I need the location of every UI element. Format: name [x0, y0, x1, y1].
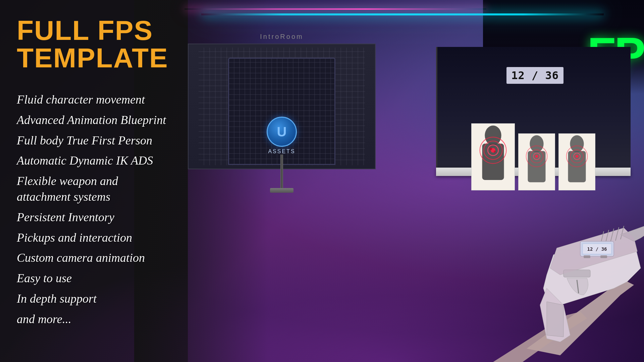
ammo-counter: 12 / 36: [506, 67, 564, 84]
feature-item: Full body True First Person: [17, 133, 171, 148]
stand-base: [270, 188, 293, 193]
feature-item: Flexible weapon and attachment systems: [17, 173, 171, 205]
feature-item: Custom camera animation: [17, 250, 171, 266]
weapon-display: 12 / 36: [392, 154, 644, 362]
logo-assets: ASSETS: [268, 148, 295, 155]
feature-item: Advanced Animation Blueprint: [17, 112, 171, 128]
content-panel: FULL FPS TEMPLATE Fluid character moveme…: [0, 0, 188, 362]
neon-cyan-line: [201, 13, 604, 15]
feature-item: Automatic Dynamic IK ADS: [17, 153, 171, 169]
feature-item: Easy to use: [17, 270, 171, 286]
shooting-range-back-wall: IntroRoom U ASSETS: [188, 44, 376, 211]
feature-list: Fluid character movementAdvanced Animati…: [17, 92, 171, 327]
svg-point-7: [494, 150, 496, 153]
logo-letter: U: [277, 124, 287, 139]
stand-pole: [280, 155, 283, 188]
gun-svg: 12 / 36: [392, 154, 644, 362]
feature-item: In depth support: [17, 291, 171, 307]
feature-item: Fluid character movement: [17, 92, 171, 108]
logo-stand: U ASSETS: [267, 117, 297, 193]
page-title: FULL FPS TEMPLATE: [17, 17, 171, 72]
feature-item: Pickups and interaction: [17, 230, 171, 246]
svg-point-6: [489, 147, 492, 150]
feature-item: Persistent Inventory: [17, 209, 171, 225]
feature-item: and more...: [17, 311, 171, 327]
logo-circle: U: [267, 117, 297, 147]
room-label: IntroRoom: [260, 33, 303, 41]
neon-pink-line: [184, 8, 486, 10]
svg-point-0: [485, 125, 501, 145]
